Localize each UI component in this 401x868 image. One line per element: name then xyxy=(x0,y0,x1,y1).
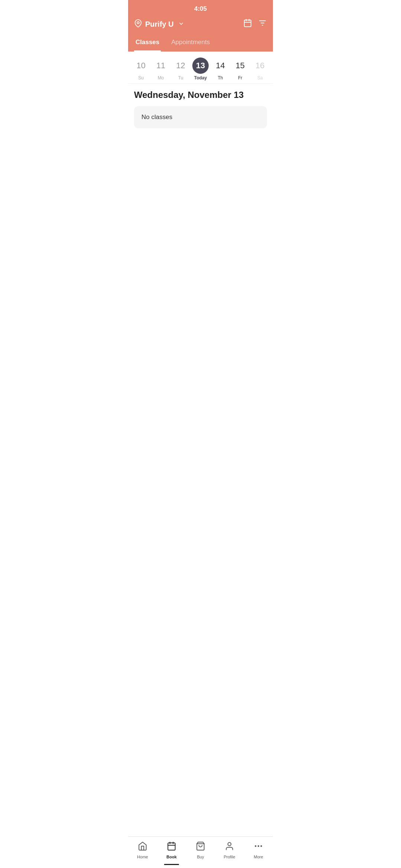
day-label-th: Th xyxy=(218,75,223,80)
date-heading: Wednesday, November 13 xyxy=(134,90,267,100)
header-right xyxy=(243,19,267,30)
tab-classes[interactable]: Classes xyxy=(134,36,161,52)
day-10[interactable]: 10 Su xyxy=(132,57,150,80)
tabs-bar: Classes Appointments xyxy=(128,34,273,52)
tab-appointments[interactable]: Appointments xyxy=(170,36,211,52)
no-classes-card: No classes xyxy=(134,106,267,128)
header: Purify U xyxy=(128,16,273,34)
day-label-today: Today xyxy=(194,75,207,80)
day-label-sa: Sa xyxy=(257,75,263,80)
no-classes-text: No classes xyxy=(141,114,172,121)
location-pin-icon xyxy=(134,19,142,29)
status-time: 4:05 xyxy=(194,5,207,13)
day-number-15: 15 xyxy=(232,57,248,74)
header-left[interactable]: Purify U xyxy=(134,19,184,29)
day-15[interactable]: 15 Fr xyxy=(231,57,250,80)
day-16[interactable]: 16 Sa xyxy=(251,57,269,80)
svg-rect-1 xyxy=(244,20,251,27)
day-13-today[interactable]: 13 Today xyxy=(191,57,210,80)
day-number-12: 12 xyxy=(173,57,189,74)
day-number-14: 14 xyxy=(212,57,228,74)
day-11[interactable]: 11 Mo xyxy=(151,57,170,80)
calendar-icon[interactable] xyxy=(243,19,252,30)
day-label-fr: Fr xyxy=(238,75,242,80)
chevron-down-icon[interactable] xyxy=(178,21,184,28)
day-label-su: Su xyxy=(138,75,144,80)
day-14[interactable]: 14 Th xyxy=(211,57,229,80)
day-number-13: 13 xyxy=(192,57,209,74)
day-number-10: 10 xyxy=(133,57,149,74)
day-label-mo: Mo xyxy=(158,75,164,80)
main-content: Wednesday, November 13 No classes xyxy=(128,84,273,134)
day-label-tu: Tu xyxy=(178,75,183,80)
day-number-16: 16 xyxy=(252,57,268,74)
filter-icon[interactable] xyxy=(258,19,267,30)
day-12[interactable]: 12 Tu xyxy=(172,57,190,80)
svg-point-0 xyxy=(137,22,139,24)
day-number-11: 11 xyxy=(153,57,169,74)
calendar-strip: 10 Su 11 Mo 12 Tu 13 Today 14 Th 15 Fr 1… xyxy=(128,52,273,84)
location-name: Purify U xyxy=(145,20,174,29)
status-bar: 4:05 xyxy=(128,0,273,16)
